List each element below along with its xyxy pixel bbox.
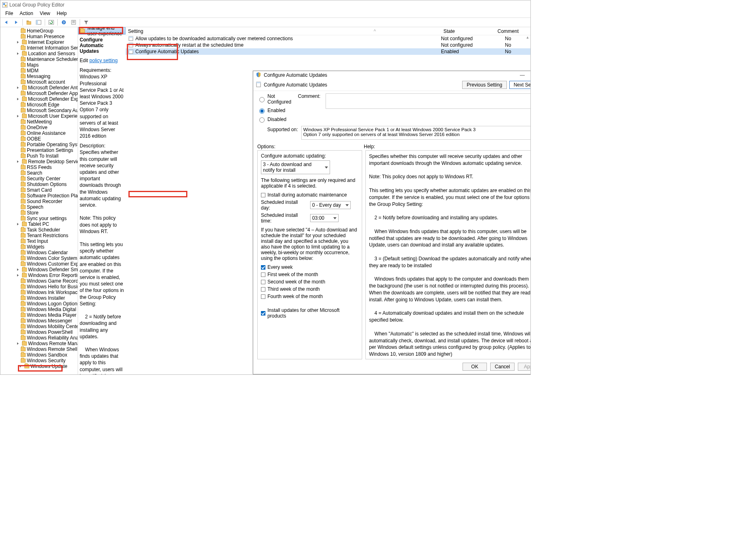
tree-item[interactable]: Messaging — [0, 74, 78, 79]
ck-every-week[interactable]: Every week — [261, 264, 358, 270]
tree-view[interactable]: HomeGroupHuman PresenceInternet Explorer… — [0, 27, 78, 374]
tree-item[interactable]: Windows Mobility Center — [0, 324, 78, 329]
tree-item[interactable]: Sync your settings — [0, 216, 78, 221]
tree-item[interactable]: Sound Recorder — [0, 199, 78, 204]
tree-item[interactable]: Microsoft User Experience Virtualization — [0, 113, 78, 119]
tree-item[interactable]: Windows Sandbox — [0, 352, 78, 358]
ck-fourth-week[interactable]: Fourth week of the month — [261, 294, 358, 299]
tree-item[interactable]: HomeGroup — [0, 28, 78, 34]
tree-item[interactable]: Portable Operating System — [0, 142, 78, 147]
menu-help[interactable]: Help — [54, 10, 70, 17]
properties-button[interactable] — [69, 18, 78, 26]
setting-row[interactable]: Always automatically restart at the sche… — [126, 42, 530, 48]
radio-not-configured[interactable]: Not Configured — [257, 93, 298, 105]
setting-row[interactable]: Allow updates to be downloaded automatic… — [126, 35, 530, 42]
tree-item[interactable]: NetMeeting — [0, 119, 78, 125]
tree-item[interactable]: Remote Desktop Services — [0, 159, 78, 164]
tree-item[interactable]: MDM — [0, 68, 78, 74]
description-header[interactable]: Manage end user experience — [78, 27, 126, 35]
tree-item[interactable]: Location and Sensors — [0, 51, 78, 56]
comment-textbox[interactable]: ▲▼ — [326, 93, 530, 109]
tree-item[interactable]: Windows Game Recording and Broad… — [0, 278, 78, 284]
dialog-titlebar[interactable]: Configure Automatic Updates — ☐ ✕ — [253, 71, 530, 79]
tree-item[interactable]: Smart Card — [0, 187, 78, 193]
tree-item[interactable]: Shutdown Options — [0, 182, 78, 187]
radio-enabled[interactable]: Enabled — [257, 107, 298, 114]
tree-item[interactable]: Windows Customer Experience Impro… — [0, 261, 78, 267]
tree-item[interactable]: Windows Messenger — [0, 318, 78, 324]
tree-item[interactable]: Microsoft Secondary Authentication Facto… — [0, 108, 78, 113]
ck-maintenance[interactable]: Install during automatic maintenance — [261, 192, 358, 198]
tree-item[interactable]: Windows Defender SmartScreen — [0, 267, 78, 272]
col-state[interactable]: State — [441, 28, 486, 35]
day-select[interactable]: 0 - Every day — [310, 201, 351, 209]
tree-item[interactable]: Windows Color System — [0, 255, 78, 261]
menu-file[interactable]: File — [2, 10, 16, 17]
tree-item[interactable]: RSS Feeds — [0, 164, 78, 170]
forward-button[interactable] — [12, 18, 21, 26]
tree-item[interactable]: Microsoft Defender Antivirus — [0, 85, 78, 91]
tree-item[interactable]: Widgets — [0, 244, 78, 250]
tree-item[interactable]: Maintenance Scheduler — [0, 56, 78, 62]
tree-item[interactable]: Online Assistance — [0, 130, 78, 136]
ck-third-week[interactable]: Third week of the month — [261, 286, 358, 292]
tree-item[interactable]: Search — [0, 170, 78, 176]
tree-item[interactable]: Windows Calendar — [0, 250, 78, 255]
tree-item[interactable]: OOBE — [0, 136, 78, 142]
setting-row[interactable]: Configure Automatic Updates Enabled No — [126, 48, 530, 55]
tree-item[interactable]: Microsoft Defender Exploit Guard — [0, 96, 78, 102]
tree-item[interactable]: Windows Logon Options — [0, 301, 78, 307]
ok-button[interactable]: OK — [463, 363, 487, 371]
ck-second-week[interactable]: Second week of the month — [261, 279, 358, 285]
radio-disabled[interactable]: Disabled — [257, 116, 298, 123]
tree-item[interactable]: Microsoft Defender Application Guard — [0, 91, 78, 96]
cancel-button[interactable]: Cancel — [490, 363, 515, 371]
tree-item[interactable]: Task Scheduler — [0, 227, 78, 233]
col-comment[interactable]: Comment — [486, 28, 530, 35]
help-panel[interactable]: Specifies whether this computer will rec… — [365, 150, 530, 359]
tree-item[interactable]: Internet Information Services — [0, 45, 78, 51]
minimize-button[interactable]: — — [519, 72, 525, 78]
tree-item[interactable]: Windows Remote Shell — [0, 346, 78, 352]
tree-item[interactable]: Human Presence — [0, 34, 78, 39]
tree-item[interactable]: Windows Update — [0, 363, 78, 369]
tree-item[interactable]: Microsoft Edge — [0, 102, 78, 108]
tree-item[interactable]: Windows Remote Management (WinR… — [0, 341, 78, 346]
tree-item[interactable]: Internet Explorer — [0, 39, 78, 45]
tree-item[interactable]: Speech — [0, 204, 78, 210]
time-select[interactable]: 03:00 — [310, 214, 339, 222]
edit-policy-link[interactable]: policy setting — [89, 58, 117, 63]
tree-item[interactable]: Push To Install — [0, 153, 78, 159]
tree-item[interactable]: Tablet PC — [0, 221, 78, 227]
show-hide-tree-button[interactable] — [34, 18, 43, 26]
tree-item[interactable]: Windows Error Reporting — [0, 272, 78, 278]
tree-item[interactable]: Windows Security — [0, 358, 78, 363]
tree-item[interactable]: Store — [0, 210, 78, 216]
ck-first-week[interactable]: First week of the month — [261, 272, 358, 277]
cfg-select[interactable]: 3 - Auto download and notify for install — [261, 160, 330, 174]
tree-item[interactable]: Windows Ink Workspace — [0, 290, 78, 295]
ck-other-products[interactable]: Install updates for other Microsoft prod… — [261, 307, 358, 319]
back-button[interactable] — [2, 18, 11, 26]
tree-item[interactable]: Maps — [0, 62, 78, 68]
tree-item[interactable]: Software Protection Platform — [0, 193, 78, 199]
tree-item[interactable]: Security Center — [0, 176, 78, 182]
tree-item[interactable]: Windows Hello for Business — [0, 284, 78, 290]
tree-item[interactable]: Microsoft account — [0, 79, 78, 85]
refresh-button[interactable] — [47, 18, 56, 26]
tree-item[interactable]: Tenant Restrictions — [0, 233, 78, 238]
tree-item[interactable]: Windows Reliability Analysis — [0, 335, 78, 341]
help-button[interactable]: ? — [59, 18, 68, 26]
up-folder-button[interactable] — [24, 18, 33, 26]
maximize-button[interactable]: ☐ — [529, 72, 530, 78]
menu-view[interactable]: View — [37, 10, 54, 17]
tree-item[interactable]: Text Input — [0, 238, 78, 244]
menu-action[interactable]: Action — [16, 10, 36, 17]
previous-setting-button[interactable]: Previous Setting — [462, 81, 506, 89]
tree-item[interactable]: Windows Installer — [0, 295, 78, 301]
col-setting[interactable]: Setting — [126, 28, 374, 35]
tree-item[interactable]: Windows PowerShell — [0, 329, 78, 335]
next-setting-button[interactable]: Next Setting — [509, 81, 530, 89]
filter-button[interactable] — [82, 18, 91, 26]
tree-item[interactable]: Windows Media Digital Rights Manag… — [0, 307, 78, 312]
